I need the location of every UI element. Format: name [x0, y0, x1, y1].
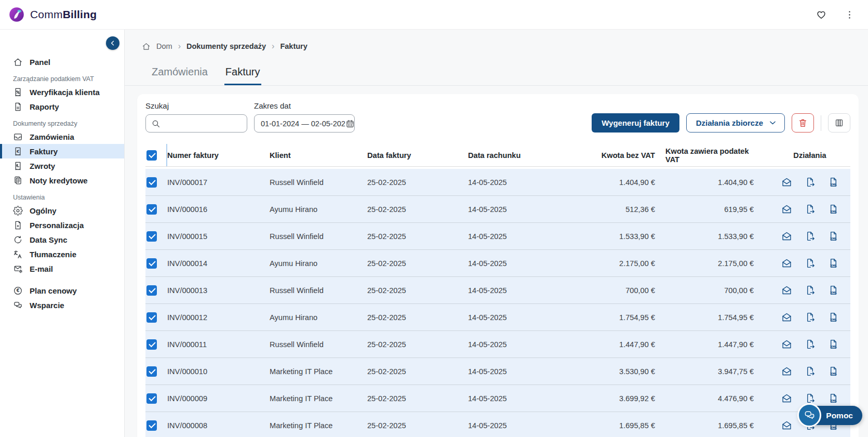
- sidebar-item-e-mail[interactable]: E-mail: [0, 261, 124, 276]
- breadcrumb-item-dokumenty-sprzedazy[interactable]: Dokumenty sprzedaży: [186, 42, 266, 50]
- sidebar-item-zwroty[interactable]: Zwroty: [0, 158, 124, 173]
- sidebar-item-raporty[interactable]: Raporty: [0, 99, 124, 114]
- envelope-open-icon[interactable]: [781, 177, 792, 188]
- envelope-open-icon[interactable]: [781, 231, 792, 242]
- envelope-open-icon[interactable]: [781, 285, 792, 296]
- client-cell: Russell Winfield: [270, 286, 367, 295]
- file-export-icon[interactable]: [805, 312, 816, 323]
- envelope-open-icon[interactable]: [781, 204, 792, 215]
- tab-faktury[interactable]: Faktury: [224, 60, 261, 85]
- help-button[interactable]: Pomoc: [799, 406, 862, 425]
- sidebar-item-personalizacja[interactable]: Personalizacja: [0, 218, 124, 232]
- table-row[interactable]: INV/000010 Marketing IT Place 25-02-2025…: [145, 358, 850, 385]
- app-logo[interactable]: CommBilling: [8, 6, 97, 23]
- heart-icon[interactable]: [816, 9, 827, 20]
- gross-amount-cell: 2.175,00 €: [665, 259, 769, 268]
- sidebar-item-ogolny[interactable]: Ogólny: [0, 203, 124, 218]
- file-xml-icon[interactable]: XML: [828, 393, 839, 404]
- sidebar-nav: PanelZarządzanie podatkiem VATWeryfikacj…: [0, 30, 124, 312]
- table-row[interactable]: INV/000016 Ayumu Hirano 25-02-2025 14-05…: [145, 196, 850, 223]
- date-range-input[interactable]: 01-01-2024 — 02-05-202: [254, 114, 355, 133]
- table-row[interactable]: INV/000011 Russell Winfield 25-02-2025 1…: [145, 331, 850, 358]
- file-export-icon[interactable]: [805, 204, 816, 215]
- sidebar-item-noty-kredytowe[interactable]: Noty kredytowe: [0, 173, 124, 188]
- row-checkbox[interactable]: [146, 177, 157, 188]
- svg-text:XML: XML: [830, 399, 837, 402]
- file-xml-icon[interactable]: XML: [828, 366, 839, 377]
- table-row[interactable]: INV/000013 Russell Winfield 25-02-2025 1…: [145, 277, 850, 304]
- row-checkbox[interactable]: [146, 393, 157, 404]
- column-header-numer-faktury[interactable]: Numer faktury: [167, 144, 270, 166]
- column-header-kwota-bez-vat[interactable]: Kwota bez VAT: [593, 144, 665, 166]
- sidebar-item-plan-cenowy[interactable]: €Plan cenowy: [0, 283, 124, 298]
- file-export-icon[interactable]: [805, 366, 816, 377]
- columns-settings-button[interactable]: [828, 113, 850, 133]
- envelope-open-icon[interactable]: [781, 258, 792, 269]
- table-row[interactable]: INV/000009 Marketing IT Place 25-02-2025…: [145, 385, 850, 412]
- envelope-open-icon[interactable]: [781, 339, 792, 350]
- file-xml-icon[interactable]: XML: [828, 312, 839, 323]
- envelope-open-icon[interactable]: [781, 366, 792, 377]
- svg-text:XML: XML: [830, 264, 837, 267]
- row-checkbox[interactable]: [146, 366, 157, 377]
- table-row[interactable]: INV/000012 Ayumu Hirano 25-02-2025 14-05…: [145, 304, 850, 331]
- row-checkbox[interactable]: [146, 204, 157, 215]
- tab-zamowienia[interactable]: Zamówienia: [151, 60, 209, 85]
- help-label: Pomoc: [826, 411, 853, 420]
- column-header-data-faktury[interactable]: Data faktury: [367, 144, 468, 166]
- sidebar-item-panel[interactable]: Panel: [0, 55, 124, 69]
- kebab-menu-icon[interactable]: [845, 10, 854, 20]
- file-export-icon[interactable]: [805, 258, 816, 269]
- envelope-open-icon[interactable]: [781, 312, 792, 323]
- column-header-kwota-zawiera-podatek-vat[interactable]: Kwota zawiera podatek VAT: [665, 144, 769, 166]
- sidebar-item-tlumaczenie[interactable]: Tłumaczenie: [0, 247, 124, 261]
- file-xml-icon[interactable]: XML: [828, 285, 839, 296]
- receipt-return-icon: [13, 161, 23, 171]
- envelope-open-icon[interactable]: [781, 420, 792, 431]
- table-row[interactable]: INV/000017 Russell Winfield 25-02-2025 1…: [145, 169, 850, 196]
- file-export-icon[interactable]: [805, 231, 816, 242]
- net-amount-cell: 3.530,90 €: [593, 367, 665, 376]
- breadcrumb-item-faktury[interactable]: Faktury: [280, 42, 307, 50]
- generate-invoices-button[interactable]: Wygeneruj faktury: [592, 113, 679, 133]
- file-export-icon[interactable]: [805, 285, 816, 296]
- file-xml-icon[interactable]: XML: [828, 204, 839, 215]
- file-xml-icon[interactable]: XML: [828, 339, 839, 350]
- column-header-data-rachunku[interactable]: Data rachunku: [468, 144, 593, 166]
- row-actions-cell: XML: [769, 285, 850, 296]
- breadcrumb-item-dom[interactable]: Dom: [156, 42, 172, 50]
- svg-text:XML: XML: [830, 372, 837, 375]
- row-checkbox[interactable]: [146, 231, 157, 242]
- column-header-klient[interactable]: Klient: [270, 144, 367, 166]
- row-checkbox[interactable]: [146, 258, 157, 269]
- sidebar-item-weryfikacja-klienta[interactable]: Weryfikacja klienta: [0, 85, 124, 99]
- envelope-open-icon[interactable]: [781, 393, 792, 404]
- sidebar-item-data-sync[interactable]: Data Sync: [0, 232, 124, 247]
- row-checkbox[interactable]: [146, 312, 157, 323]
- sidebar-item-wsparcie[interactable]: Wsparcie: [0, 298, 124, 312]
- file-export-icon[interactable]: [805, 339, 816, 350]
- table-row[interactable]: INV/000008 Marketing IT Place 25-02-2025…: [145, 412, 850, 437]
- receipt-euro-icon: €: [13, 147, 23, 156]
- file-xml-icon[interactable]: XML: [828, 258, 839, 269]
- client-cell: Russell Winfield: [270, 232, 367, 241]
- row-checkbox[interactable]: [146, 339, 157, 350]
- file-export-icon[interactable]: [805, 177, 816, 188]
- file-xml-icon[interactable]: XML: [828, 231, 839, 242]
- search-input[interactable]: [145, 114, 247, 133]
- file-export-icon[interactable]: [805, 393, 816, 404]
- row-checkbox[interactable]: [146, 420, 157, 431]
- file-xml-icon[interactable]: XML: [828, 177, 839, 188]
- delete-button[interactable]: [792, 113, 814, 133]
- client-cell: Ayumu Hirano: [270, 313, 367, 322]
- gross-amount-cell: 1.754,95 €: [665, 313, 769, 322]
- table-row[interactable]: INV/000014 Ayumu Hirano 25-02-2025 14-05…: [145, 250, 850, 277]
- bulk-actions-button[interactable]: Działania zbiorcze: [686, 113, 785, 133]
- table-row[interactable]: INV/000015 Russell Winfield 25-02-2025 1…: [145, 223, 850, 250]
- sidebar-collapse-button[interactable]: [106, 36, 119, 50]
- sidebar-item-zamowienia[interactable]: Zamówienia: [0, 129, 124, 144]
- row-checkbox[interactable]: [146, 285, 157, 296]
- sidebar-item-label: Personalizacja: [30, 221, 84, 230]
- select-all-checkbox[interactable]: [146, 150, 157, 161]
- sidebar-item-faktury[interactable]: €Faktury: [0, 144, 124, 158]
